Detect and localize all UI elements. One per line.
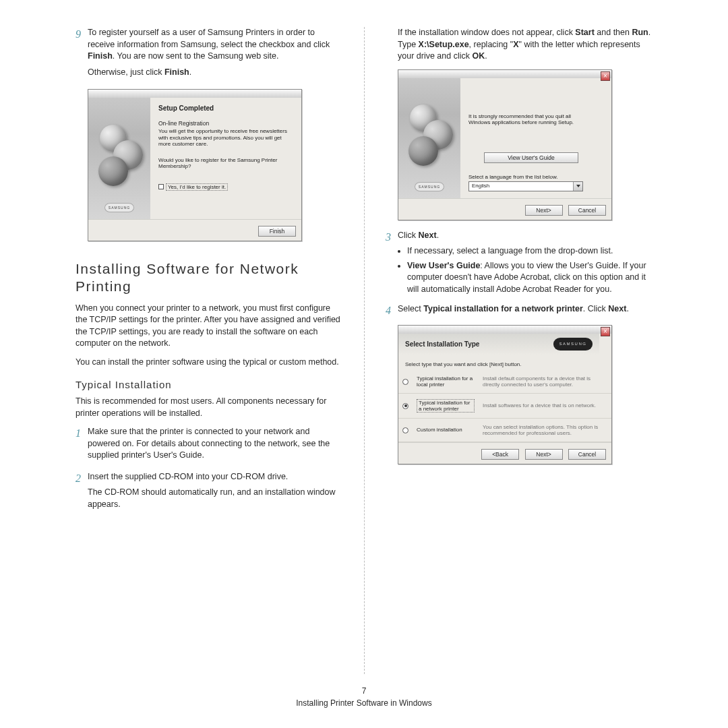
checkbox-label: Yes, I'd like to register it. — [166, 183, 228, 191]
text-bold: Start — [575, 28, 594, 37]
step-number: 4 — [386, 303, 398, 320]
text: . You are now sent to the Samsung web si… — [113, 51, 279, 61]
radio-button[interactable] — [402, 379, 408, 385]
sub-heading: Typical Installation — [75, 379, 342, 390]
next-button[interactable]: Next> — [525, 449, 563, 460]
body-text: This is recommended for most users. All … — [75, 396, 342, 419]
option-desc: You can select installation options. Thi… — [479, 418, 611, 442]
text: . — [485, 51, 487, 61]
dialog-subtitle: On-line Registration — [158, 120, 293, 127]
dialog-install-type: × Select Installation Type SAMSUNG Selec… — [398, 325, 612, 464]
step-9-text: To register yourself as a user of Samsun… — [88, 27, 342, 63]
text-bold: X:\Setup.exe — [419, 40, 469, 49]
radio-button[interactable] — [402, 427, 408, 433]
text: , replacing " — [469, 40, 514, 49]
text: Otherwise, just click — [88, 67, 164, 77]
step-4: 4 Select Typical installation for a netw… — [386, 303, 653, 320]
option-row: Typical installation for a network print… — [398, 393, 611, 418]
text: If the installation window does not appe… — [398, 28, 575, 37]
wizard-graphic: SAMSUNG — [398, 78, 460, 198]
left-column: 9 To register yourself as a user of Sams… — [62, 27, 364, 688]
checkbox[interactable] — [158, 184, 164, 189]
dialog-question: Would you like to register for the Samsu… — [158, 157, 293, 169]
register-checkbox-row: Yes, I'd like to register it. — [158, 184, 293, 190]
step-1: 1 Make sure that the printer is connecte… — [75, 426, 342, 466]
graphic-ball — [98, 156, 128, 186]
text-bold: Typical installation for a network print… — [423, 304, 583, 313]
wizard-graphic: SAMSUNG — [88, 98, 150, 219]
language-select[interactable]: English — [468, 181, 583, 191]
chevron-down-icon[interactable] — [573, 182, 582, 191]
text-bold: View User's Guide — [407, 261, 480, 270]
option-desc: Install default components for a device … — [479, 370, 611, 394]
step-4-text: Select Typical installation for a networ… — [398, 303, 653, 315]
samsung-brand: SAMSUNG — [553, 338, 593, 351]
option-row: Custom installation You can select insta… — [398, 418, 611, 442]
titlebar — [88, 90, 301, 98]
dialog-setup-completed: SAMSUNG Setup Completed On-line Registra… — [88, 89, 302, 241]
right-column: If the installation window does not appe… — [364, 27, 666, 688]
intro-text: If the installation window does not appe… — [386, 27, 653, 63]
cancel-button[interactable]: Cancel — [568, 449, 606, 460]
step-number: 1 — [75, 426, 88, 466]
view-guide-button[interactable]: View User's Guide — [484, 152, 578, 163]
dialog-prompt: Select type that you want and click [Nex… — [398, 355, 611, 370]
body-text: When you connect your printer to a netwo… — [75, 303, 342, 350]
text-bold: X — [513, 40, 518, 49]
back-button[interactable]: <Back — [481, 449, 519, 460]
dialog-title: Select Installation Type — [405, 340, 479, 348]
samsung-logo: SAMSUNG — [415, 182, 444, 191]
bullet-item: View User's Guide: Allows you to view th… — [407, 260, 653, 296]
page-number: 7 — [0, 685, 728, 697]
step-2-text-a: Insert the supplied CD-ROM into your CD-… — [88, 471, 342, 483]
step-9-alt: Otherwise, just click Finish. — [88, 67, 342, 79]
text-bold: Next — [419, 231, 437, 240]
step-number: 3 — [386, 230, 398, 299]
page-footer: 7 Installing Printer Software in Windows — [0, 685, 728, 709]
text-bold: Finish — [88, 51, 113, 61]
cancel-button[interactable]: Cancel — [568, 205, 606, 216]
language-value: English — [469, 182, 573, 191]
language-label: Select a language from the list below. — [468, 174, 591, 180]
footer-caption: Installing Printer Software in Windows — [0, 697, 728, 709]
text: and then — [595, 28, 632, 37]
step-number: 9 — [75, 27, 88, 82]
step-3: 3 Click Next. If necessary, select a lan… — [386, 230, 653, 299]
column-divider — [364, 27, 365, 674]
text-bold: Finish — [164, 67, 189, 77]
finish-button[interactable]: Finish — [258, 226, 296, 237]
options-table: Typical installation for a local printer… — [398, 370, 611, 442]
close-icon[interactable]: × — [601, 327, 610, 336]
text: Click — [398, 231, 419, 240]
text-bold: OK — [472, 51, 485, 61]
step-9: 9 To register yourself as a user of Sams… — [75, 27, 342, 82]
samsung-logo: SAMSUNG — [104, 203, 134, 212]
step-2: 2 Insert the supplied CD-ROM into your C… — [75, 471, 342, 515]
text-bold: Next — [608, 304, 626, 313]
text: Select — [398, 304, 423, 313]
next-button[interactable]: Next> — [525, 205, 563, 216]
section-heading: Installing Software for Network Printing — [75, 260, 342, 296]
close-icon[interactable]: × — [601, 71, 610, 81]
body-text: You can install the printer software usi… — [75, 357, 342, 369]
text: . — [437, 231, 439, 240]
dialog-title: Setup Completed — [158, 104, 293, 112]
radio-button[interactable] — [402, 403, 408, 409]
option-label: Typical installation for a network print… — [417, 399, 475, 413]
titlebar: × — [398, 326, 611, 334]
dialog-desc: You will get the opportunity to receive … — [158, 128, 293, 148]
text-bold: Run — [632, 28, 648, 37]
step-number: 2 — [75, 471, 88, 515]
text: . — [626, 304, 628, 313]
bullet-item: If necessary, select a language from the… — [407, 245, 653, 257]
text: . Click — [583, 304, 609, 313]
text: . — [189, 67, 191, 77]
text: To register yourself as a user of Samsun… — [88, 28, 330, 49]
step-3-text: Click Next. — [398, 230, 653, 242]
step-2-text-b: The CD-ROM should automatically run, and… — [88, 487, 342, 510]
dialog-language-select: × SAMSUNG It is strongly recommended tha… — [398, 69, 612, 220]
dialog-recommend: It is strongly recommended that you quit… — [468, 113, 591, 126]
step-1-text: Make sure that the printer is connected … — [88, 426, 342, 462]
graphic-ball — [408, 136, 438, 166]
option-label: Custom installation — [413, 418, 479, 442]
